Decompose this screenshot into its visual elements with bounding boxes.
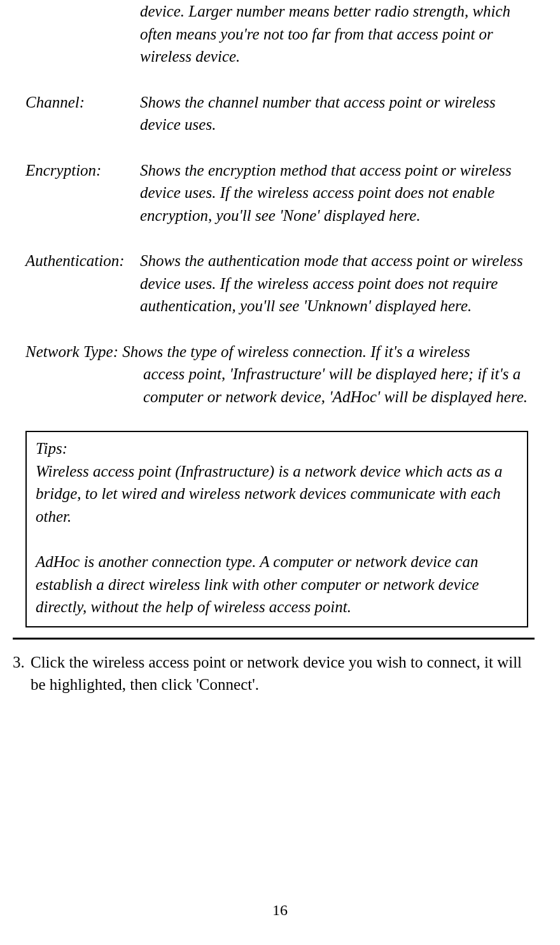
step-3: 3. Click the wireless access point or ne… bbox=[13, 651, 535, 696]
definition-network-rest: access point, 'Infrastructure' will be d… bbox=[143, 363, 535, 408]
definition-value: Shows the authentication mode that acces… bbox=[140, 249, 535, 318]
definition-label: Encryption: bbox=[25, 159, 140, 227]
definition-label: Channel: bbox=[25, 91, 140, 136]
definition-label: Authentication: bbox=[25, 249, 140, 318]
definition-fragment-top: device. Larger number means better radio… bbox=[140, 0, 535, 68]
page-number: 16 bbox=[0, 899, 560, 921]
section-divider bbox=[13, 638, 535, 640]
tips-label: Tips: bbox=[36, 437, 518, 460]
tips-paragraph: AdHoc is another connection type. A comp… bbox=[36, 550, 518, 619]
definition-row-authentication: Authentication: Shows the authentication… bbox=[25, 249, 535, 318]
document-page: device. Larger number means better radio… bbox=[0, 0, 560, 945]
definition-value: Shows the encryption method that access … bbox=[140, 159, 535, 227]
definitions-list: Channel: Shows the channel number that a… bbox=[25, 91, 535, 409]
definition-row-network-type: Network Type: Shows the type of wireless… bbox=[25, 340, 535, 409]
definition-value: Shows the channel number that access poi… bbox=[140, 91, 535, 136]
tips-paragraph: Wireless access point (Infrastructure) i… bbox=[36, 460, 518, 528]
step-number: 3. bbox=[13, 651, 31, 696]
definition-network-first-line: Network Type: Shows the type of wireless… bbox=[25, 340, 535, 363]
definition-row-encryption: Encryption: Shows the encryption method … bbox=[25, 159, 535, 227]
step-text: Click the wireless access point or netwo… bbox=[31, 651, 535, 696]
tips-box: Tips: Wireless access point (Infrastruct… bbox=[25, 431, 528, 627]
definition-row-channel: Channel: Shows the channel number that a… bbox=[25, 91, 535, 136]
